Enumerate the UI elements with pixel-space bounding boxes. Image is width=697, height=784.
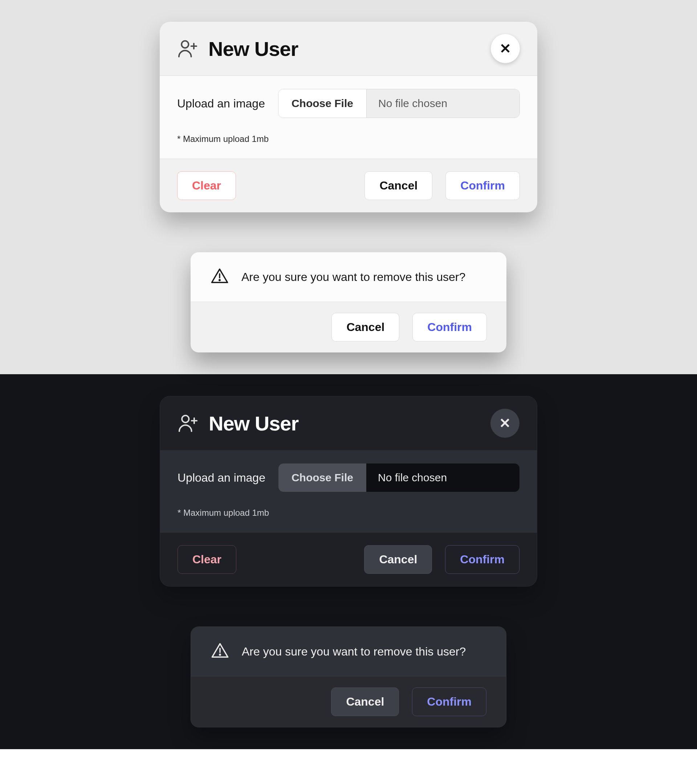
card-body: Upload an image Choose File No file chos… (160, 450, 537, 533)
clear-button[interactable]: Clear (177, 171, 236, 200)
svg-point-4 (219, 280, 220, 281)
dialog-message: Are you sure you want to remove this use… (241, 270, 465, 284)
warning-icon (210, 267, 229, 287)
clear-button[interactable]: Clear (178, 545, 236, 574)
dialog-cancel-button[interactable]: Cancel (331, 687, 399, 716)
upload-hint: * Maximum upload 1mb (177, 134, 520, 144)
light-theme-panel: New User ✕ Upload an image Choose File N… (0, 0, 697, 374)
dialog-body: Are you sure you want to remove this use… (191, 252, 506, 302)
close-icon: ✕ (499, 416, 511, 430)
cancel-button[interactable]: Cancel (364, 545, 432, 574)
close-button[interactable]: ✕ (491, 409, 519, 438)
file-input[interactable]: Choose File No file chosen (278, 89, 520, 118)
card-header: New User ✕ (160, 22, 537, 76)
remove-user-dialog: Are you sure you want to remove this use… (191, 626, 506, 727)
confirm-button[interactable]: Confirm (445, 545, 519, 574)
dialog-confirm-button[interactable]: Confirm (412, 313, 487, 341)
new-user-card: New User ✕ Upload an image Choose File N… (160, 22, 537, 212)
confirm-button[interactable]: Confirm (445, 171, 520, 200)
upload-label: Upload an image (177, 97, 265, 110)
upload-label: Upload an image (178, 471, 265, 484)
upload-hint: * Maximum upload 1mb (178, 508, 519, 518)
card-footer: Clear Cancel Confirm (160, 159, 537, 212)
file-input[interactable]: Choose File No file chosen (278, 463, 519, 492)
user-plus-icon (177, 37, 198, 60)
remove-user-dialog: Are you sure you want to remove this use… (191, 252, 506, 352)
dialog-confirm-button[interactable]: Confirm (412, 687, 486, 716)
close-button[interactable]: ✕ (491, 34, 520, 63)
card-body: Upload an image Choose File No file chos… (160, 76, 537, 159)
upload-row: Upload an image Choose File No file chos… (178, 463, 519, 492)
card-title: New User (209, 412, 298, 435)
card-title: New User (208, 37, 298, 61)
dialog-cancel-button[interactable]: Cancel (331, 313, 399, 341)
dark-theme-panel: New User ✕ Upload an image Choose File N… (0, 374, 697, 749)
spacer (249, 545, 351, 574)
svg-point-5 (182, 416, 189, 422)
dialog-body: Are you sure you want to remove this use… (191, 627, 506, 677)
card-footer: Clear Cancel Confirm (160, 533, 537, 586)
warning-icon (211, 641, 229, 662)
close-icon: ✕ (499, 42, 511, 56)
cancel-button[interactable]: Cancel (364, 171, 432, 200)
spacer (249, 171, 351, 200)
dialog-message: Are you sure you want to remove this use… (242, 645, 466, 659)
dialog-footer: Cancel Confirm (191, 302, 506, 352)
new-user-card: New User ✕ Upload an image Choose File N… (160, 396, 537, 586)
card-header: New User ✕ (160, 396, 537, 450)
dialog-footer: Cancel Confirm (191, 677, 506, 727)
svg-point-0 (181, 41, 188, 48)
choose-file-button[interactable]: Choose File (278, 89, 367, 118)
choose-file-button[interactable]: Choose File (278, 463, 366, 492)
file-name-display: No file chosen (366, 463, 519, 492)
file-name-display: No file chosen (367, 89, 519, 118)
svg-point-9 (220, 654, 221, 656)
user-plus-icon (178, 412, 199, 435)
upload-row: Upload an image Choose File No file chos… (177, 89, 520, 118)
